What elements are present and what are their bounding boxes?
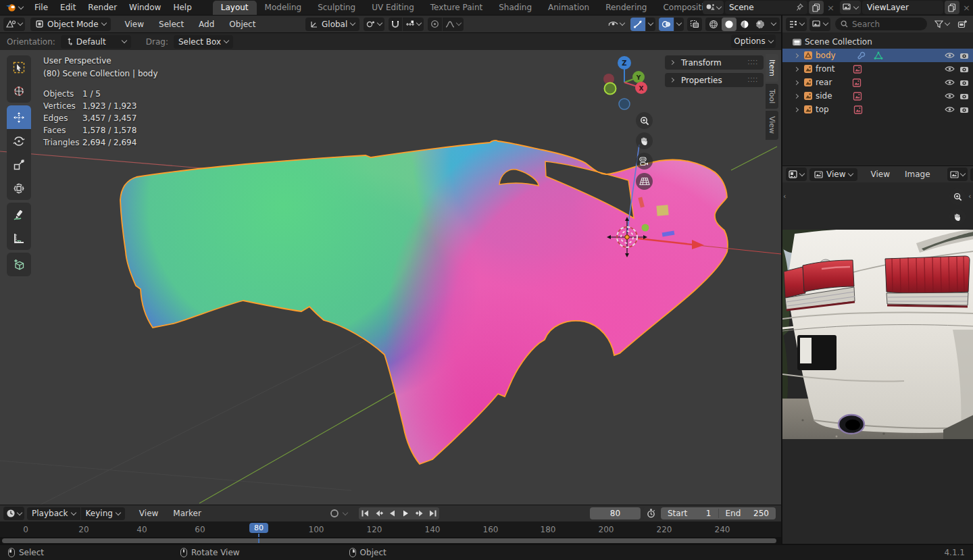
tool-add-cube[interactable] xyxy=(7,253,31,276)
new-collection-button[interactable] xyxy=(955,18,970,31)
region-collapse-arrow[interactable]: ‹ xyxy=(783,192,786,201)
expand-caret-icon[interactable] xyxy=(794,66,799,71)
playback-dropdown[interactable]: Playback xyxy=(27,507,80,520)
tab-animation[interactable]: Animation xyxy=(540,1,597,15)
start-frame-field[interactable]: Start 1 xyxy=(661,509,719,518)
image-display-mode-selector[interactable]: View xyxy=(809,168,857,181)
menu-file[interactable]: File xyxy=(28,3,54,12)
tool-cursor[interactable] xyxy=(7,79,31,103)
pivot-point-selector[interactable] xyxy=(364,18,384,31)
jump-to-end-button[interactable] xyxy=(426,507,439,519)
overlays-toggle[interactable] xyxy=(659,18,674,31)
npanel-properties-header[interactable]: Properties ········ xyxy=(665,73,764,87)
outliner-row-top[interactable]: top xyxy=(782,103,973,116)
region-collapse-arrow[interactable]: ‹ xyxy=(968,192,971,201)
tool-rotate[interactable] xyxy=(7,129,31,153)
timeline-scrollbar[interactable] xyxy=(0,537,781,544)
expand-caret-icon[interactable] xyxy=(794,93,799,98)
npanel-tab-view[interactable]: View xyxy=(766,111,778,139)
play-button[interactable] xyxy=(399,507,412,519)
shading-material-button[interactable] xyxy=(737,18,752,31)
tool-measure[interactable] xyxy=(7,226,31,250)
viewport-pan-button[interactable] xyxy=(636,132,653,149)
expand-caret-icon[interactable] xyxy=(794,80,799,84)
image-menu-image[interactable]: Image xyxy=(899,170,937,179)
menu-edit[interactable]: Edit xyxy=(54,3,82,12)
menu-help[interactable]: Help xyxy=(167,3,197,12)
view-layer-name-field[interactable]: ViewLayer xyxy=(862,1,943,14)
viewport-canvas[interactable]: Z Y X User Perspective (80) Scene Collec… xyxy=(0,50,781,505)
viewport-camera-button[interactable] xyxy=(636,153,653,170)
image-editor-type-button[interactable] xyxy=(786,168,807,181)
tab-layout[interactable]: Layout xyxy=(213,1,257,15)
tab-modeling[interactable]: Modeling xyxy=(257,1,310,15)
timeline-scrollbar-thumb[interactable] xyxy=(2,538,776,543)
tool-select-box[interactable] xyxy=(7,55,31,79)
outliner-row-scene-collection[interactable]: Scene Collection xyxy=(782,35,973,49)
editor-type-button[interactable] xyxy=(3,18,25,31)
keying-dropdown[interactable]: Keying xyxy=(81,507,125,520)
axis-gizmo[interactable]: Z Y X xyxy=(603,56,647,109)
disable-render-camera-icon[interactable] xyxy=(959,106,969,113)
snap-toggle[interactable] xyxy=(389,18,402,31)
unlink-scene-button[interactable]: × xyxy=(825,3,837,13)
jump-prev-keyframe-button[interactable] xyxy=(372,507,385,519)
npanel-tab-item[interactable]: Item xyxy=(766,54,778,82)
viewport-menu-object[interactable]: Object xyxy=(223,20,261,29)
new-scene-button[interactable] xyxy=(809,1,824,14)
outliner-row-body[interactable]: body xyxy=(782,49,973,62)
auto-key-toggle[interactable] xyxy=(327,507,342,520)
overlays-dropdown[interactable] xyxy=(674,18,684,31)
use-preview-range-toggle[interactable] xyxy=(643,507,658,519)
scene-browse-button[interactable] xyxy=(703,1,724,14)
expand-caret-icon[interactable] xyxy=(794,53,799,57)
outliner-editor-type-button[interactable] xyxy=(786,18,807,31)
tab-uv-editing[interactable]: UV Editing xyxy=(364,1,422,15)
playhead[interactable]: 80 xyxy=(249,523,268,533)
panel-grip[interactable]: ········ xyxy=(748,77,758,84)
scene-name-field[interactable]: Scene xyxy=(725,1,807,14)
tool-scale[interactable] xyxy=(7,153,31,176)
hide-eye-icon[interactable] xyxy=(945,93,955,99)
image-name-field[interactable]: IMG xyxy=(970,168,973,181)
outliner-row-front[interactable]: front xyxy=(782,62,973,76)
tool-move[interactable] xyxy=(7,105,31,129)
image-menu-view[interactable]: View xyxy=(864,170,895,179)
image-pan-button[interactable] xyxy=(949,209,966,225)
shading-rendered-button[interactable] xyxy=(753,18,768,31)
disable-render-camera-icon[interactable] xyxy=(959,52,969,59)
image-zoom-button[interactable] xyxy=(949,188,966,205)
blender-menu-button[interactable] xyxy=(0,3,28,12)
tab-texture-paint[interactable]: Texture Paint xyxy=(422,1,491,15)
orientation-default-selector[interactable]: Default xyxy=(61,35,131,49)
shading-solid-button[interactable] xyxy=(722,18,737,31)
tool-annotate[interactable] xyxy=(7,203,31,226)
play-reverse-button[interactable] xyxy=(386,507,399,519)
outliner-row-rear[interactable]: rear xyxy=(782,76,973,89)
jump-to-start-button[interactable] xyxy=(359,507,372,519)
shading-dropdown[interactable] xyxy=(768,18,779,31)
jump-next-keyframe-button[interactable] xyxy=(413,507,426,519)
timeline-menu-marker[interactable]: Marker xyxy=(167,509,207,518)
viewport-ortho-toggle[interactable] xyxy=(636,173,653,190)
options-dropdown[interactable]: Options xyxy=(731,34,776,48)
timeline-menu-view[interactable]: View xyxy=(133,509,164,518)
tab-sculpting[interactable]: Sculpting xyxy=(309,1,364,15)
hide-eye-icon[interactable] xyxy=(945,106,955,113)
outliner-search-box[interactable]: Search xyxy=(835,18,927,30)
tool-transform[interactable] xyxy=(7,176,31,200)
shading-wireframe-button[interactable] xyxy=(706,18,721,31)
remove-view-layer-button[interactable]: × xyxy=(961,3,972,13)
outliner-filter-button[interactable] xyxy=(932,18,952,31)
viewport-menu-add[interactable]: Add xyxy=(193,20,220,29)
tab-shading[interactable]: Shading xyxy=(491,1,540,15)
xray-toggle[interactable] xyxy=(687,18,702,31)
proportional-falloff-selector[interactable] xyxy=(443,18,464,31)
viewport-menu-view[interactable]: View xyxy=(119,20,150,29)
current-frame-field[interactable]: 80 xyxy=(590,507,641,519)
new-view-layer-button[interactable] xyxy=(945,1,959,14)
image-browse-button[interactable] xyxy=(947,168,968,181)
gizmos-toggle[interactable] xyxy=(630,18,645,31)
disable-render-camera-icon[interactable] xyxy=(959,79,969,86)
visibility-dropdown[interactable] xyxy=(605,18,627,31)
